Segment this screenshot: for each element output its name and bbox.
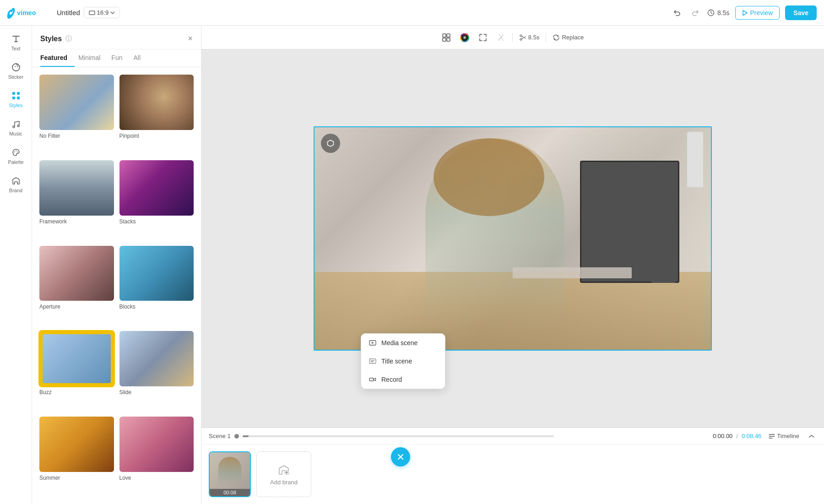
save-button[interactable]: Save xyxy=(785,5,817,20)
add-brand-label: Add brand xyxy=(270,479,298,486)
style-name-love: Love xyxy=(119,475,195,481)
sticker-label: Sticker xyxy=(8,74,24,80)
style-thumb-slide xyxy=(119,330,195,387)
svg-rect-16 xyxy=(447,38,450,41)
main-layout: Text Sticker Styles xyxy=(0,26,824,504)
media-scene-option[interactable]: Media scene xyxy=(361,334,445,352)
record-label: Record xyxy=(381,376,402,383)
svg-point-22 xyxy=(520,38,522,40)
tab-all[interactable]: All xyxy=(133,49,148,67)
style-card-slide[interactable]: Slide xyxy=(119,330,195,412)
svg-text:vimeo: vimeo xyxy=(17,9,36,16)
replace-label: Replace xyxy=(562,34,584,41)
icon-sidebar: Text Sticker Styles xyxy=(0,26,32,504)
aspect-ratio-label: 16:9 xyxy=(97,9,108,16)
undo-button[interactable] xyxy=(671,6,683,19)
style-name-blocks: Blocks xyxy=(119,303,195,310)
aspect-ratio-button[interactable]: 16:9 xyxy=(84,7,120,18)
sidebar-item-brand[interactable]: Brand xyxy=(2,171,30,198)
styles-title: Styles xyxy=(40,35,62,43)
duration-button[interactable]: 8.5s xyxy=(516,31,542,44)
redo-icon xyxy=(691,8,700,17)
sidebar-item-styles[interactable]: Styles xyxy=(2,86,30,113)
record-option[interactable]: Record xyxy=(361,370,445,389)
sidebar-item-palette[interactable]: Palette xyxy=(2,143,30,169)
close-panel-button[interactable]: × xyxy=(188,34,193,43)
media-scene-label: Media scene xyxy=(381,339,417,347)
palette-label: Palette xyxy=(8,159,23,165)
expand-icon xyxy=(478,33,488,42)
close-dropdown-button[interactable] xyxy=(391,447,410,466)
palette-icon xyxy=(11,147,21,157)
scene-label: Scene 1 xyxy=(209,433,231,439)
style-name-no-filter: No Filter xyxy=(38,133,115,139)
style-card-stacks[interactable]: Stacks xyxy=(119,159,195,241)
expand-button[interactable] xyxy=(476,30,490,45)
tab-fun[interactable]: Fun xyxy=(111,49,130,67)
canvas-area xyxy=(201,49,824,428)
style-card-framework[interactable]: Framework xyxy=(38,159,115,241)
title-scene-label: Title scene xyxy=(381,358,412,365)
style-thumb-no-filter xyxy=(38,74,115,131)
style-card-pinpoint[interactable]: Pinpoint xyxy=(119,74,195,156)
scene-thumb-1[interactable]: 00:08 xyxy=(209,451,251,497)
sidebar-item-music[interactable]: Music xyxy=(2,114,30,141)
svg-rect-25 xyxy=(369,359,376,363)
color-wheel-icon xyxy=(460,33,469,42)
sidebar-item-text[interactable]: Text xyxy=(2,29,30,56)
layout-button[interactable] xyxy=(439,30,454,45)
magic-button[interactable] xyxy=(494,30,509,45)
preview-button[interactable]: Preview xyxy=(735,6,780,20)
style-card-no-filter[interactable]: No Filter xyxy=(38,74,115,156)
style-card-blocks[interactable]: Blocks xyxy=(119,245,195,327)
add-brand-button[interactable]: Add brand xyxy=(256,451,311,497)
tab-featured[interactable]: Featured xyxy=(40,49,75,67)
brand-icon xyxy=(11,176,21,186)
sidebar-item-sticker[interactable]: Sticker xyxy=(2,58,30,84)
style-name-aperture: Aperture xyxy=(38,303,115,310)
style-card-aperture[interactable]: Aperture xyxy=(38,245,115,327)
toolbar-divider xyxy=(512,33,513,42)
styles-grid: No Filter Pinpoint Framework xyxy=(32,67,201,504)
styles-title-row: Styles ⓘ xyxy=(40,35,72,43)
video-settings-button[interactable] xyxy=(321,134,340,153)
styles-panel: Styles ⓘ × Featured Minimal Fun All No F… xyxy=(32,26,201,504)
hexagon-icon xyxy=(326,139,335,147)
current-time: 0:00.00 xyxy=(713,433,732,439)
style-name-stacks: Stacks xyxy=(119,218,195,225)
tab-minimal[interactable]: Minimal xyxy=(78,49,108,67)
timeline-toggle-button[interactable]: Timeline xyxy=(765,431,803,441)
timeline-collapse-button[interactable] xyxy=(807,431,817,441)
text-icon xyxy=(11,34,21,44)
timeline-tracks: 00:08 Add brand xyxy=(201,444,824,504)
title-scene-option[interactable]: Title scene xyxy=(361,352,445,370)
style-thumb-blocks xyxy=(119,245,195,302)
style-card-summer[interactable]: Summer xyxy=(38,416,115,498)
topbar-right: 8.5s Preview Save xyxy=(671,5,817,20)
style-thumb-stacks xyxy=(119,159,195,217)
record-icon xyxy=(369,375,377,384)
layout-icon xyxy=(442,33,451,42)
video-background xyxy=(314,127,711,350)
timeline-controls: 0:00.00 / 0:08.46 Timeline xyxy=(713,431,817,441)
info-icon[interactable]: ⓘ xyxy=(65,35,72,43)
vimeo-logo: vimeo xyxy=(7,6,44,19)
title-section: Untitled 16:9 xyxy=(57,7,120,18)
svg-point-3 xyxy=(12,64,20,71)
timeline-scrubber[interactable] xyxy=(243,435,554,437)
clock-icon xyxy=(707,9,715,16)
timeline-icon xyxy=(769,433,775,439)
style-card-love[interactable]: Love xyxy=(119,416,195,498)
color-wheel-button[interactable] xyxy=(457,30,472,45)
project-title[interactable]: Untitled xyxy=(57,9,80,16)
preview-label: Preview xyxy=(750,9,773,16)
timeline-area: Scene 1 0:00.00 / 0:08.46 Timeline xyxy=(201,428,824,504)
toolbar-divider-2 xyxy=(546,33,546,42)
style-card-buzz[interactable]: Buzz xyxy=(38,330,115,412)
redo-button[interactable] xyxy=(689,6,702,19)
svg-point-21 xyxy=(520,35,522,37)
style-name-slide: Slide xyxy=(119,389,195,396)
monitor-icon xyxy=(89,11,95,15)
replace-button[interactable]: Replace xyxy=(550,31,586,44)
center-area: 8.5s Replace xyxy=(201,26,824,504)
